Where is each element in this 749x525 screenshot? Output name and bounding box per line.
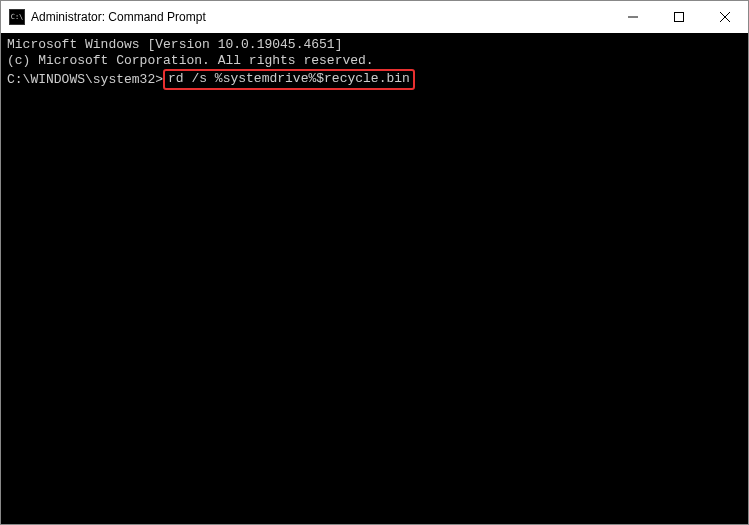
window-title: Administrator: Command Prompt (31, 10, 610, 24)
title-bar[interactable]: C:\ Administrator: Command Prompt (1, 1, 748, 33)
svg-rect-1 (675, 13, 684, 22)
close-icon (720, 12, 730, 22)
terminal-output-line: (c) Microsoft Corporation. All rights re… (7, 53, 742, 69)
cmd-icon: C:\ (9, 9, 25, 25)
maximize-button[interactable] (656, 1, 702, 33)
command-prompt-window: C:\ Administrator: Command Prompt (0, 0, 749, 525)
minimize-button[interactable] (610, 1, 656, 33)
terminal-prompt: C:\WINDOWS\system32> (7, 72, 163, 88)
highlighted-command: rd /s %systemdrive%$recycle.bin (163, 69, 415, 90)
terminal-output-line: Microsoft Windows [Version 10.0.19045.46… (7, 37, 742, 53)
terminal-area[interactable]: Microsoft Windows [Version 10.0.19045.46… (1, 33, 748, 524)
close-button[interactable] (702, 1, 748, 33)
terminal-prompt-line: C:\WINDOWS\system32>rd /s %systemdrive%$… (7, 69, 742, 90)
maximize-icon (674, 12, 684, 22)
window-controls (610, 1, 748, 33)
minimize-icon (628, 12, 638, 22)
